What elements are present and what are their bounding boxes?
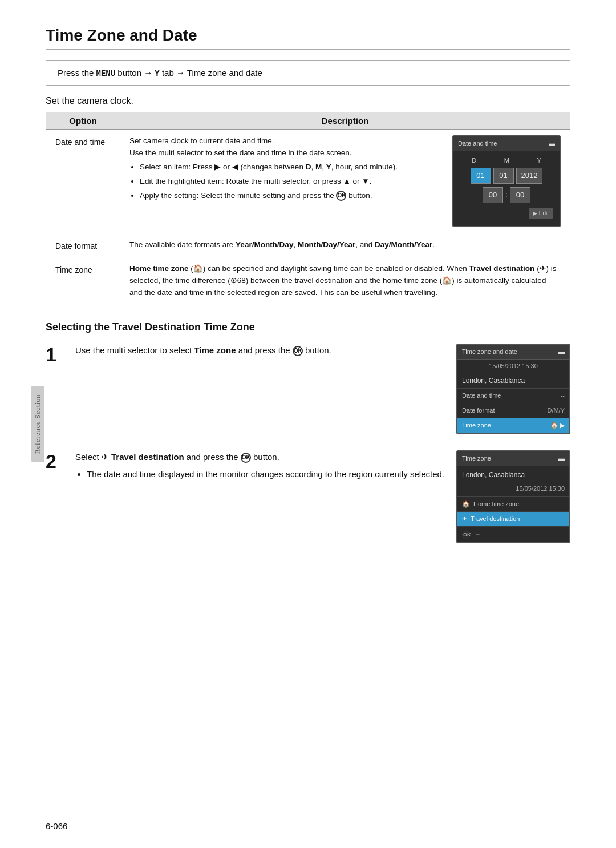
page-num-text: 6-066 <box>46 821 67 831</box>
format-3: Day/Month/Year <box>375 240 432 249</box>
cam-date-fields: 01 01 2012 <box>458 168 555 184</box>
desc-date-time: Set camera clock to current date and tim… <box>120 130 570 233</box>
screen-step2: Time zone ▬ London, Casablanca 15/05/201… <box>456 450 570 543</box>
cam-col-labels: D M Y <box>458 156 555 165</box>
cam-title-1: Date and time <box>458 139 497 148</box>
table-row-time-zone: Time zone Home time zone (🏠) can be spec… <box>46 257 570 305</box>
tab-symbol: Y <box>155 69 159 78</box>
scr1-icon: ▬ <box>558 347 565 357</box>
step-1-text: Use the multi selector to select Time zo… <box>75 344 446 357</box>
scr1-item-1-label: Date and time <box>462 391 501 401</box>
scr1-item-2: Date format D/M/Y <box>457 403 569 418</box>
step-2-para: Select ✈ Travel destination and press th… <box>75 450 446 463</box>
set-clock-label: Set the camera clock. <box>46 96 570 106</box>
scr1-item-1: Date and time -- <box>457 389 569 403</box>
scr1-item-2-label: Date format <box>462 406 495 415</box>
col-d-label: D <box>472 156 476 165</box>
cam-edit-btn: ▶ Edit <box>529 208 553 219</box>
scr2-item-2: ✈ Travel destination <box>457 512 569 527</box>
step-2-inner: Select ✈ Travel destination and press th… <box>75 450 570 543</box>
desc-date-time-text: Set camera clock to current date and tim… <box>129 135 443 204</box>
arrow2: → <box>176 68 185 78</box>
scr1-item-3-label: Time zone <box>462 421 491 430</box>
col-description: Description <box>120 112 570 130</box>
scr1-datetime: 15/05/2012 15:30 <box>457 360 569 373</box>
scr1-item-3-val: 🏠 ▶ <box>550 421 565 430</box>
scr1-region: London, Casablanca <box>457 373 569 389</box>
options-table: Option Description Date and time Set cam… <box>46 112 570 305</box>
cam-icon-1: ▬ <box>549 139 555 148</box>
step-2-bullets: The date and time displayed in the monit… <box>87 467 446 480</box>
desc-intro2: Use the multi selector to set the date a… <box>129 147 443 159</box>
scr2-header: Time zone ▬ <box>457 451 569 466</box>
field-hour: 00 <box>483 187 503 203</box>
step-2-text: Select ✈ Travel destination and press th… <box>75 450 446 480</box>
page-title: Time Zone and Date <box>46 26 570 50</box>
arrow1: → <box>144 68 152 78</box>
cam-body-1: D M Y 01 01 2012 00 <box>453 151 560 226</box>
page-number: 6-066 <box>46 821 67 831</box>
option-date-time: Date and time <box>46 130 120 233</box>
scr2-title: Time zone <box>462 454 491 463</box>
desc-time-zone: Home time zone (🏠) can be specified and … <box>120 257 570 305</box>
cam-time: 00 : 00 <box>458 187 555 203</box>
table-row-date-format: Date format The available date formats a… <box>46 233 570 257</box>
field-min: 00 <box>510 187 530 203</box>
step-2-bullet-1: The date and time displayed in the monit… <box>87 467 446 480</box>
field-y: 2012 <box>516 168 543 184</box>
time-zone-bold: Time zone <box>194 345 236 355</box>
ok-icon-step1: OK <box>293 346 303 356</box>
step-1-num: 1 <box>46 345 64 364</box>
scr2-home-label: Home time zone <box>473 499 519 509</box>
scr2-travel-label: Travel destination <box>471 514 520 524</box>
scr2-item-1: 🏠 Home time zone <box>457 497 569 512</box>
section2-heading: Selecting the Travel Destination Time Zo… <box>46 321 570 333</box>
colon-sep: : <box>505 189 508 201</box>
format-1: Year/Month/Day <box>236 240 293 249</box>
format-2: Month/Day/Year <box>298 240 355 249</box>
scr2-datetime: 15/05/2012 15:30 <box>457 483 569 497</box>
col-y-label: Y <box>537 156 541 165</box>
bullet-2: Edit the highlighted item: Rotate the mu… <box>140 176 443 188</box>
desc-intro1: Set camera clock to current date and tim… <box>129 135 443 147</box>
scr1-item-2-val: D/M/Y <box>547 406 565 415</box>
step-1: 1 Use the multi selector to select Time … <box>46 344 570 435</box>
bullet-1: Select an item: Press ▶ or ◀ (changes be… <box>140 161 443 173</box>
cam-footer-1: ▶ Edit <box>458 207 555 221</box>
screen-step1: Time zone and date ▬ 15/05/2012 15:30 Lo… <box>456 344 570 435</box>
option-time-zone: Time zone <box>46 257 120 305</box>
scr2-icon: ▬ <box>558 454 565 463</box>
desc-date-format: The available date formats are Year/Mont… <box>120 233 570 257</box>
col-option: Option <box>46 112 120 130</box>
step-2-num: 2 <box>46 451 64 471</box>
date-time-screen: Date and time ▬ D M Y 01 <box>452 135 561 227</box>
field-m: 01 <box>493 168 514 184</box>
scr2-region: London, Casablanca <box>457 466 569 483</box>
section-side-label: Reference Section <box>31 386 44 462</box>
page: Reference Section Time Zone and Date Pre… <box>0 0 616 848</box>
scr1-item-3: Time zone 🏠 ▶ <box>457 418 569 433</box>
cam-header-1: Date and time ▬ <box>453 136 560 151</box>
travel-dest-label: Travel destination <box>469 264 535 273</box>
scr1-title: Time zone and date <box>462 347 517 357</box>
ok-icon-1: OK <box>336 191 346 201</box>
scr2-footer: OK → <box>457 527 569 542</box>
ok-icon-scr2: OK <box>462 531 470 539</box>
step-1-content: Use the multi selector to select Time zo… <box>75 344 570 435</box>
col-m-label: M <box>504 156 509 165</box>
scr2-home-icon: 🏠 <box>462 499 470 509</box>
menu-path-box: Press the MENU button → Y tab → Time zon… <box>46 60 570 86</box>
menu-button-label: MENU <box>96 69 116 78</box>
scr1-item-1-val: -- <box>561 391 565 401</box>
scr2-footer-arrow: → <box>475 530 481 539</box>
scr1-header: Time zone and date ▬ <box>457 345 569 360</box>
option-date-format: Date format <box>46 233 120 257</box>
step-2: 2 Select ✈ Travel destination and press … <box>46 450 570 543</box>
ok-icon-step2: OK <box>241 453 251 463</box>
step-1-inner: Use the multi selector to select Time zo… <box>75 344 570 435</box>
scr2-travel-icon: ✈ <box>462 514 467 524</box>
step-2-content: Select ✈ Travel destination and press th… <box>75 450 570 543</box>
field-d: 01 <box>471 168 491 184</box>
home-time-zone-label: Home time zone <box>129 264 189 273</box>
travel-dest-bold: Travel destination <box>111 452 184 462</box>
